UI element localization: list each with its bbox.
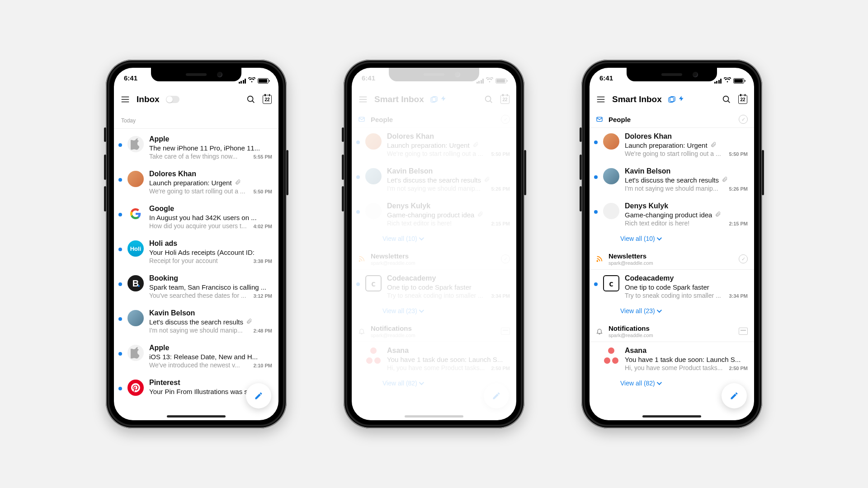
email-preview: How did you acquire your users t... xyxy=(149,222,250,230)
menu-button[interactable] xyxy=(358,94,368,104)
email-subject: Launch preparation: Urgent xyxy=(149,179,272,187)
booking-logo-icon: B xyxy=(127,275,144,291)
mark-done-button[interactable]: ✓ xyxy=(739,254,748,263)
email-row[interactable]: Dolores KhanLaunch preparation: UrgentWe… xyxy=(114,165,278,200)
email-row[interactable]: Kavin BelsonLet's discuss the search res… xyxy=(590,163,754,197)
home-indicator[interactable] xyxy=(642,415,701,418)
nav-title: Inbox xyxy=(137,94,160,104)
section-people[interactable]: People ✓ xyxy=(590,111,754,128)
unread-dot xyxy=(594,141,598,144)
email-row[interactable]: AsanaYou have 1 task due soon: Launch S.… xyxy=(352,342,516,377)
view-all-people[interactable]: View all (10) xyxy=(352,232,516,249)
sender-name: Denys Kulyk xyxy=(625,202,748,210)
home-indicator[interactable] xyxy=(167,415,226,418)
sender-name: Codeacademy xyxy=(625,274,748,282)
search-button[interactable] xyxy=(484,94,494,104)
email-subject: Let's discuss the search results xyxy=(149,318,272,326)
wifi-icon xyxy=(486,77,493,84)
email-row[interactable]: Kavin BelsonLet's discuss the search res… xyxy=(352,163,516,197)
notch xyxy=(151,68,241,81)
codeacademy-logo-icon: c xyxy=(365,275,382,291)
view-all-people[interactable]: View all (10) xyxy=(590,232,754,249)
email-preview: Rich text editor is here! xyxy=(387,220,487,227)
section-notifications[interactable]: Notificationsspark@readdle.com xyxy=(352,321,516,342)
email-row[interactable]: AppleiOS 13: Release Date, New and H...W… xyxy=(114,339,278,374)
compose-button[interactable] xyxy=(246,383,271,408)
email-subject: Let's discuss the search results xyxy=(387,176,510,184)
smart-list[interactable]: People ✓ Dolores KhanLaunch preparation:… xyxy=(590,111,754,420)
section-people[interactable]: People ✓ xyxy=(352,111,516,128)
email-row[interactable]: AppleThe new iPhone 11 Pro, iPhone 11...… xyxy=(114,131,278,165)
unread-dot xyxy=(118,387,122,390)
email-preview: We've introduced the newest v... xyxy=(149,361,250,369)
mark-done-button[interactable]: ✓ xyxy=(501,254,510,263)
nav-bar: Inbox 22 xyxy=(114,88,278,111)
cellular-icon xyxy=(714,79,722,84)
email-row[interactable]: BBookingSpark team, San Francisco is cal… xyxy=(114,270,278,305)
email-list[interactable]: Today AppleThe new iPhone 11 Pro, iPhone… xyxy=(114,111,278,420)
email-subject: Spark team, San Francisco is calling ... xyxy=(149,283,272,291)
notch xyxy=(627,68,717,81)
avatar xyxy=(603,203,619,219)
compose-button[interactable] xyxy=(484,383,509,408)
section-newsletters[interactable]: Newslettersspark@readdle.com ✓ xyxy=(590,249,754,270)
email-row[interactable]: GoogleIn August you had 342K users on ..… xyxy=(114,200,278,235)
section-newsletters[interactable]: Newslettersspark@readdle.com ✓ xyxy=(352,249,516,270)
pinterest-logo-icon xyxy=(127,380,144,396)
calendar-button[interactable]: 22 xyxy=(262,94,272,104)
email-row[interactable]: cCodeacademyOne tip to code Spark faster… xyxy=(590,270,754,305)
smart-toggle[interactable] xyxy=(166,96,179,103)
email-preview: We're going to start rolling out a ... xyxy=(625,150,725,157)
attachment-icon xyxy=(477,211,483,219)
view-all-newsletters[interactable]: View all (23) xyxy=(352,305,516,321)
email-preview: Try to sneak coding into smaller ... xyxy=(387,292,487,299)
calendar-button[interactable]: 22 xyxy=(738,94,748,104)
avatar xyxy=(365,203,382,219)
section-notifications[interactable]: Notificationsspark@readdle.com xyxy=(590,321,754,342)
rss-icon xyxy=(596,255,603,263)
avatar xyxy=(127,171,144,187)
compose-button[interactable] xyxy=(722,383,747,408)
mark-done-button[interactable]: ✓ xyxy=(739,115,748,124)
archive-icon[interactable] xyxy=(739,328,748,335)
mark-done-button[interactable]: ✓ xyxy=(501,115,510,124)
apple-logo-icon xyxy=(127,345,144,361)
unread-dot xyxy=(356,210,360,214)
menu-button[interactable] xyxy=(596,94,606,104)
email-time: 2:15 PM xyxy=(491,221,510,226)
email-subject: In August you had 342K users on ... xyxy=(149,214,272,221)
battery-icon xyxy=(495,78,506,84)
svg-point-0 xyxy=(248,96,253,102)
email-row[interactable]: cCodeacademyOne tip to code Spark faster… xyxy=(352,270,516,305)
email-row[interactable]: HoliHoli adsYour Holi Ads receipts (Acco… xyxy=(114,235,278,270)
email-time: 5:26 PM xyxy=(729,186,748,192)
view-all-newsletters[interactable]: View all (23) xyxy=(590,305,754,321)
archive-icon[interactable] xyxy=(501,328,510,335)
smart-list[interactable]: People ✓ Dolores KhanLaunch preparation:… xyxy=(352,111,516,420)
cellular-icon xyxy=(239,79,246,84)
stack-icon xyxy=(668,96,675,103)
email-row[interactable]: Denys KulykGame-changing product ideaRic… xyxy=(352,197,516,232)
sender-name: Kavin Belson xyxy=(387,167,510,175)
email-subject: Your Holi Ads receipts (Account ID: xyxy=(149,249,272,256)
unread-dot xyxy=(356,141,360,144)
email-row[interactable]: Dolores KhanLaunch preparation: UrgentWe… xyxy=(590,128,754,163)
search-button[interactable] xyxy=(246,94,256,104)
email-preview: We're going to start rolling out a ... xyxy=(387,150,487,157)
unread-dot xyxy=(118,213,122,216)
unread-dot xyxy=(118,248,122,251)
email-preview: Receipt for your account xyxy=(149,257,250,264)
email-row[interactable]: Dolores KhanLaunch preparation: UrgentWe… xyxy=(352,128,516,163)
avatar xyxy=(365,133,382,150)
email-row[interactable]: AsanaYou have 1 task due soon: Launch S.… xyxy=(590,342,754,377)
menu-button[interactable] xyxy=(120,94,130,104)
email-preview: Hi, you have some Product tasks... xyxy=(625,364,725,371)
email-row[interactable]: Denys KulykGame-changing product ideaRic… xyxy=(590,197,754,232)
email-row[interactable]: Kavin BelsonLet's discuss the search res… xyxy=(114,305,278,339)
sender-name: Google xyxy=(149,205,272,213)
home-indicator[interactable] xyxy=(405,415,463,418)
email-subject: Let's discuss the search results xyxy=(625,176,748,184)
calendar-button[interactable]: 22 xyxy=(500,94,510,104)
search-button[interactable] xyxy=(722,94,731,104)
email-preview: Hi, you have some Product tasks... xyxy=(387,364,487,371)
